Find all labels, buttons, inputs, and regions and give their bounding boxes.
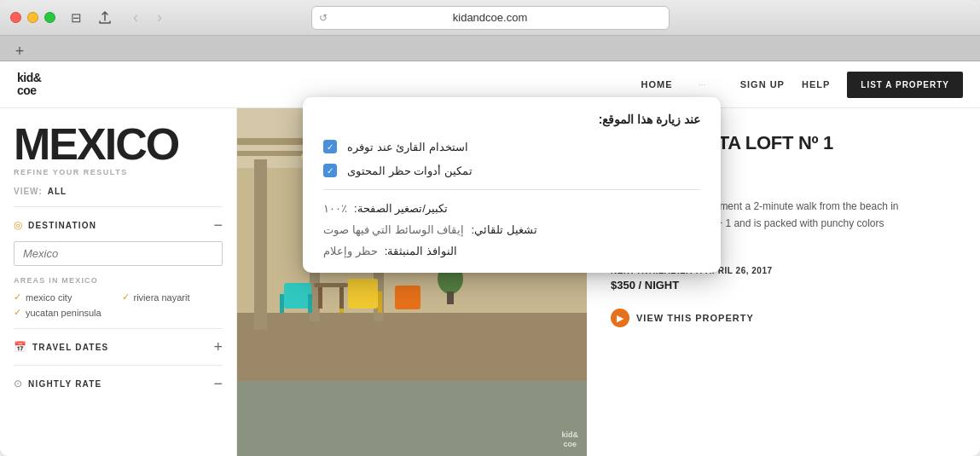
areas-label: AREAS IN MEXICO	[14, 276, 223, 285]
view-property-label: VIEW THIS PROPERTY	[636, 313, 754, 323]
sidebar-toggle-icon[interactable]: ⊟	[64, 6, 88, 30]
popup-row-zoom: تكبير/تصغير الصفحة: ٪١٠٠	[323, 202, 700, 215]
areas-grid: ✓ mexico city ✓ riviera nayarit ✓ yucata…	[14, 291, 223, 318]
travel-dates-label: TRAVEL DATES	[32, 343, 108, 352]
nightly-rate-header[interactable]: ⊙ NIGHTLY RATE −	[14, 376, 223, 391]
rate-icon: ⊙	[14, 378, 22, 390]
popup-row-zoom-value: ٪١٠٠	[323, 202, 347, 215]
svg-rect-21	[339, 287, 344, 309]
popup-row-autoplay-label: تشغيل تلقائي:	[471, 223, 536, 236]
nightly-rate-toggle-icon[interactable]: −	[213, 376, 223, 391]
maximize-button[interactable]	[44, 12, 55, 23]
travel-dates-header[interactable]: 📅 TRAVEL DATES +	[14, 339, 223, 355]
list-property-button[interactable]: LIST A PROPERTY	[847, 72, 963, 98]
destination-filter-content: AREAS IN MEXICO ✓ mexico city ✓ riviera …	[14, 241, 223, 318]
view-bar: VIEW: ALL	[14, 187, 223, 196]
destination-filter: ◎ DESTINATION − AREAS IN MEXICO ✓ mexico…	[14, 206, 223, 328]
svg-rect-16	[284, 283, 311, 309]
nightly-rate-label: NIGHTLY RATE	[28, 379, 101, 389]
destination-icon: ◎	[14, 219, 22, 231]
svg-rect-20	[318, 287, 322, 309]
url-text: kidandcoe.com	[453, 11, 527, 24]
popup-row-popups-label: النوافذ المنبثقة:	[385, 245, 457, 257]
image-watermark: kid&coe	[561, 430, 578, 449]
address-bar[interactable]: ↺ kidandcoe.com	[311, 6, 670, 30]
popup-item-content-blocker: تمكين أدوات حظر المحتوى ✓	[323, 164, 700, 177]
window-controls	[10, 12, 55, 23]
view-option-all[interactable]: ALL	[48, 187, 67, 196]
share-icon[interactable]	[93, 6, 117, 30]
page-title: MEXICO	[14, 122, 223, 166]
popup-divider	[323, 189, 700, 190]
svg-rect-24	[447, 291, 454, 304]
svg-rect-4	[254, 159, 267, 330]
svg-rect-15	[378, 291, 382, 313]
popup-item-reader-text: استخدام القارئ عند توفره	[347, 141, 468, 153]
nightly-rate-filter: ⊙ NIGHTLY RATE −	[14, 365, 223, 401]
site-settings-popup[interactable]: عند زيارة هذا الموقع: استخدام القارئ عند…	[303, 97, 721, 273]
area-item-yucatan: ✓ yucatan peninsula	[14, 307, 115, 318]
svg-rect-13	[348, 279, 378, 309]
area-item-riviera-nayarit: ✓ riviera nayarit	[122, 291, 223, 303]
new-tab-button[interactable]: +	[9, 42, 31, 61]
nav-home[interactable]: HOME	[641, 79, 673, 89]
browser-window: ⊟ ‹ › ↺ kidandcoe.com + kid&	[0, 0, 980, 456]
property-price: $350 / NIGHT	[611, 279, 956, 291]
view-property-button[interactable]: ▶ VIEW THIS PROPERTY	[611, 309, 956, 327]
close-button[interactable]	[10, 12, 21, 23]
nav-back-button[interactable]: ‹	[124, 6, 148, 30]
destination-filter-header[interactable]: ◎ DESTINATION −	[14, 217, 223, 233]
popup-row-zoom-label: تكبير/تصغير الصفحة:	[354, 202, 448, 215]
popup-title: عند زيارة هذا الموقع:	[323, 113, 700, 126]
popup-checkbox-reader[interactable]: ✓	[323, 140, 337, 153]
website-content: kid& coe HOME ··· SIGN UP HELP LIST A PR…	[0, 61, 980, 456]
travel-dates-filter: 📅 TRAVEL DATES +	[14, 328, 223, 365]
tab-bar: +	[0, 36, 980, 61]
svg-rect-22	[395, 286, 420, 309]
destination-input[interactable]	[14, 241, 223, 266]
help-link[interactable]: HELP	[802, 79, 830, 89]
view-property-icon: ▶	[611, 309, 629, 327]
check-icon: ✓	[14, 291, 21, 303]
sidebar: MEXICO REFINE YOUR RESULTS VIEW: ALL ◎ D…	[0, 108, 237, 456]
site-nav: HOME ···	[641, 79, 706, 89]
svg-rect-17	[280, 294, 284, 313]
destination-label: DESTINATION	[28, 221, 96, 230]
sign-up-link[interactable]: SIGN UP	[740, 79, 785, 89]
popup-item-content-blocker-text: تمكين أدوات حظر المحتوى	[347, 165, 473, 177]
travel-dates-toggle-icon[interactable]: +	[213, 339, 223, 355]
check-icon: ✓	[122, 291, 130, 303]
calendar-icon: 📅	[14, 341, 26, 353]
popup-row-autoplay: تشغيل تلقائي: إيقاف الوسائط التي فيها صو…	[323, 223, 700, 236]
check-icon: ✓	[14, 307, 21, 318]
area-item-mexico-city: ✓ mexico city	[14, 291, 115, 303]
svg-rect-18	[308, 294, 312, 313]
site-logo: kid& coe	[17, 72, 41, 98]
reload-icon[interactable]: ↺	[319, 12, 328, 24]
header-actions: SIGN UP HELP LIST A PROPERTY	[740, 72, 963, 98]
browser-titlebar: ⊟ ‹ › ↺ kidandcoe.com	[0, 0, 980, 36]
popup-row-popups-value: حظر وإعلام	[323, 245, 378, 257]
popup-row-autoplay-value: إيقاف الوسائط التي فيها صوت	[323, 223, 464, 236]
destination-toggle-icon[interactable]: −	[213, 217, 223, 233]
nav-forward-button[interactable]: ›	[148, 6, 171, 30]
popup-row-popups: النوافذ المنبثقة: حظر وإعلام	[323, 245, 700, 257]
minimize-button[interactable]	[27, 12, 38, 23]
view-label: VIEW:	[14, 187, 43, 196]
svg-rect-2	[237, 313, 587, 381]
refine-label: REFINE YOUR RESULTS	[14, 168, 223, 176]
popup-checkbox-content-blocker[interactable]: ✓	[323, 164, 337, 177]
svg-rect-19	[314, 283, 348, 287]
popup-item-reader: استخدام القارئ عند توفره ✓	[323, 140, 700, 153]
